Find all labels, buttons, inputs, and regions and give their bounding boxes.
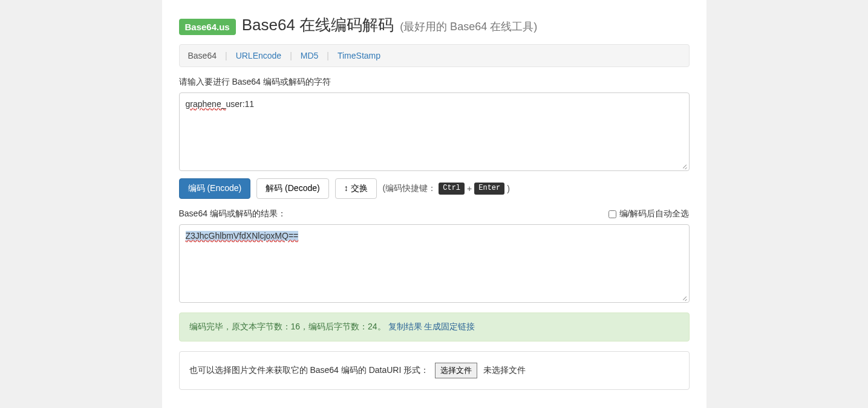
choose-file-button[interactable]: 选择文件 [435, 363, 477, 378]
input-value-part2: user:11 [226, 99, 254, 109]
page-title: Base64 在线编码解码 [242, 15, 394, 36]
resize-handle-icon [680, 294, 688, 301]
button-row: 编码 (Encode) 解码 (Decode) ↕ 交换 (编码快捷键： Ctr… [179, 178, 690, 199]
gen-permalink-link[interactable]: 生成固定链接 [424, 322, 475, 331]
input-textarea[interactable]: graphene_user:11 [179, 92, 690, 171]
kbd-ctrl: Ctrl [439, 183, 465, 195]
input-label: 请输入要进行 Base64 编码或解码的字符 [179, 77, 690, 88]
result-header: Base64 编码或解码的结果： 编/解码后自动全选 [179, 209, 690, 219]
tool-nav: Base64 | URLEncode | MD5 | TimeStamp [179, 44, 690, 67]
file-upload-panel: 也可以选择图片文件来获取它的 Base64 编码的 DataURI 形式： 选择… [179, 351, 690, 390]
encode-button[interactable]: 编码 (Encode) [179, 178, 251, 199]
nav-separator: | [225, 51, 227, 60]
decode-button[interactable]: 解码 (Decode) [256, 178, 328, 199]
auto-select-label: 编/解码后自动全选 [619, 209, 690, 219]
auto-select-checkbox[interactable] [609, 210, 616, 218]
status-alert: 编码完毕，原文本字节数：16，编码后字节数：24。 复制结果 生成固定链接 [179, 312, 690, 342]
page-header: Base64.us Base64 在线编码解码 (最好用的 Base64 在线工… [179, 15, 690, 36]
nav-separator: | [290, 51, 292, 60]
swap-button[interactable]: ↕ 交换 [335, 178, 377, 199]
page-subtitle: (最好用的 Base64 在线工具) [400, 19, 537, 34]
output-value: Z3JhcGhlbmVfdXNlcjoxMQ== [186, 231, 299, 241]
page-container: Base64.us Base64 在线编码解码 (最好用的 Base64 在线工… [162, 0, 706, 408]
status-text: 编码完毕，原文本字节数：16，编码后字节数：24。 [189, 322, 386, 331]
nav-separator: | [327, 51, 329, 60]
site-badge[interactable]: Base64.us [179, 19, 236, 35]
auto-select-checkbox-wrap[interactable]: 编/解码后自动全选 [609, 209, 690, 219]
file-panel-text: 也可以选择图片文件来获取它的 Base64 编码的 DataURI 形式： [189, 365, 429, 376]
copy-result-link[interactable]: 复制结果 [388, 322, 422, 331]
output-textarea[interactable]: Z3JhcGhlbmVfdXNlcjoxMQ== [179, 224, 690, 303]
file-status: 未选择文件 [483, 365, 526, 376]
shortcut-hint: (编码快捷键： Ctrl + Enter ) [383, 183, 510, 195]
resize-handle-icon [680, 162, 688, 169]
result-label: Base64 编码或解码的结果： [179, 209, 286, 219]
nav-base64[interactable]: Base64 [188, 51, 217, 60]
shortcut-plus: + [467, 184, 472, 193]
kbd-enter: Enter [474, 183, 504, 195]
nav-md5[interactable]: MD5 [301, 51, 319, 60]
shortcut-prefix: (编码快捷键： [383, 183, 437, 194]
shortcut-suffix: ) [507, 184, 510, 193]
nav-urlencode[interactable]: URLEncode [236, 51, 282, 60]
nav-timestamp[interactable]: TimeStamp [338, 51, 380, 60]
input-value-part1: graphene_ [186, 99, 226, 109]
